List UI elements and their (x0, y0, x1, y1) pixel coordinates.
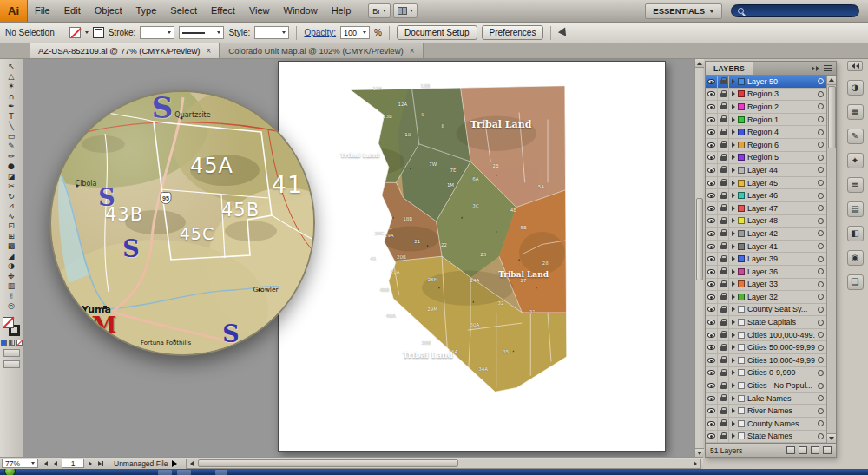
target-circle-icon[interactable] (815, 116, 826, 122)
layer-row[interactable]: Layer 39 (706, 253, 826, 266)
layer-row[interactable]: County Names (706, 418, 826, 431)
windows-taskbar[interactable] (0, 469, 868, 475)
bridge-button[interactable]: Br (368, 3, 391, 18)
target-circle-icon[interactable] (815, 193, 826, 199)
target-circle-icon[interactable] (815, 205, 826, 211)
visibility-toggle[interactable] (706, 367, 718, 379)
gradient-panel-icon[interactable]: ▤ (847, 201, 864, 217)
visibility-toggle[interactable] (706, 291, 718, 303)
layer-row[interactable]: Layer 46 (706, 189, 826, 202)
expand-triangle-icon[interactable] (732, 256, 735, 261)
stroke-panel-icon[interactable]: ≡ (847, 177, 864, 193)
warp-tool[interactable]: ∿ (2, 212, 21, 222)
lock-toggle[interactable] (718, 126, 729, 138)
fill-color-swatch[interactable] (3, 317, 14, 328)
search-input[interactable] (731, 4, 859, 17)
gradient-button[interactable] (9, 340, 15, 346)
visibility-toggle[interactable] (706, 418, 718, 430)
target-circle-icon[interactable] (815, 129, 826, 135)
free-transform-tool[interactable]: ⊡ (2, 221, 21, 232)
layer-row[interactable]: Region 6 (706, 139, 826, 152)
layers-panel-tab[interactable]: LAYERS (706, 62, 753, 75)
expand-triangle-icon[interactable] (732, 269, 735, 274)
lock-toggle[interactable] (718, 114, 729, 126)
expand-triangle-icon[interactable] (732, 79, 735, 84)
target-circle-icon[interactable] (815, 155, 826, 161)
expand-triangle-icon[interactable] (732, 206, 735, 211)
layer-row[interactable]: State Capitals (706, 316, 826, 329)
taskbar-item[interactable] (177, 470, 191, 475)
arizona-map-artwork[interactable]: 13A12B12A13B98107W7E6A1M2B3C4B5A5B19A18B… (325, 77, 576, 400)
scroll-up-icon[interactable] (827, 76, 837, 85)
visibility-toggle[interactable] (706, 189, 718, 201)
expand-triangle-icon[interactable] (732, 181, 735, 186)
scroll-up-icon[interactable] (695, 59, 704, 68)
target-circle-icon[interactable] (815, 357, 826, 363)
stroke-swatch[interactable] (93, 27, 104, 38)
lock-toggle[interactable] (718, 405, 729, 417)
scroll-left-icon[interactable] (187, 459, 196, 468)
expand-triangle-icon[interactable] (732, 333, 735, 338)
selection-tool[interactable]: ↖ (2, 62, 21, 72)
visibility-toggle[interactable] (706, 354, 718, 366)
layer-row[interactable]: Layer 48 (706, 215, 826, 228)
layer-row[interactable]: Cities 10,000-49,999 (706, 354, 826, 367)
layer-row[interactable]: Layer 47 (706, 202, 826, 215)
visibility-toggle[interactable] (706, 202, 718, 214)
target-circle-icon[interactable] (815, 142, 826, 148)
start-button-icon[interactable] (4, 469, 16, 475)
color-panel-icon[interactable]: ◑ (847, 80, 864, 96)
target-circle-icon[interactable] (815, 332, 826, 338)
visibility-toggle[interactable] (706, 253, 718, 265)
lock-toggle[interactable] (718, 253, 729, 265)
lock-toggle[interactable] (718, 393, 729, 405)
zoom-level-select[interactable]: 77% (2, 459, 38, 468)
layer-row[interactable]: Layer 33 (706, 279, 826, 292)
visibility-toggle[interactable] (706, 126, 718, 138)
canvas-horizontal-scrollbar[interactable] (186, 459, 701, 469)
layers-scrollbar[interactable] (826, 76, 836, 443)
scrollbar-thumb[interactable] (828, 86, 836, 148)
fill-swatch[interactable] (69, 27, 81, 38)
menu-item-help[interactable]: Help (325, 0, 358, 22)
symbols-panel-icon[interactable]: ✦ (847, 153, 864, 168)
lock-toggle[interactable] (718, 202, 729, 214)
none-button[interactable] (16, 340, 23, 346)
scrollbar-thumb[interactable] (198, 459, 458, 467)
layer-row[interactable]: Layer 44 (706, 164, 826, 177)
scroll-down-icon[interactable] (695, 448, 704, 457)
fill-stroke-control[interactable] (2, 316, 21, 337)
layer-row[interactable]: River Names (706, 405, 826, 418)
visibility-toggle[interactable] (706, 164, 718, 176)
expand-triangle-icon[interactable] (732, 320, 735, 325)
lock-toggle[interactable] (718, 266, 729, 278)
expand-triangle-icon[interactable] (732, 294, 735, 300)
visibility-toggle[interactable] (706, 266, 718, 278)
delete-layer-icon[interactable] (823, 446, 832, 454)
layer-row[interactable]: Layer 41 (706, 241, 826, 254)
lock-toggle[interactable] (718, 379, 729, 392)
expand-triangle-icon[interactable] (732, 421, 735, 426)
layer-row[interactable]: Cities 50,000-99,999 (706, 341, 826, 354)
scrollbar-thumb[interactable] (696, 198, 703, 280)
expand-triangle-icon[interactable] (732, 218, 735, 223)
collapse-panel-icon[interactable] (812, 66, 819, 71)
lock-toggle[interactable] (718, 101, 729, 113)
mesh-tool[interactable]: ⊞ (2, 232, 21, 242)
swatches-panel-icon[interactable]: ▦ (847, 104, 864, 120)
lock-toggle[interactable] (718, 177, 729, 189)
lock-toggle[interactable] (718, 354, 729, 366)
expand-triangle-icon[interactable] (732, 244, 735, 249)
menu-item-window[interactable]: Window (277, 0, 325, 22)
target-circle-icon[interactable] (815, 230, 826, 236)
visibility-toggle[interactable] (706, 228, 718, 240)
visibility-toggle[interactable] (706, 329, 718, 341)
lock-toggle[interactable] (718, 76, 729, 88)
layer-row[interactable]: Cities 0-9,999 (706, 367, 826, 380)
rectangle-tool[interactable]: ▭ (2, 132, 21, 142)
document-tab-2[interactable]: Colorado Unit Map.ai @ 102% (CMYK/Previe… (220, 43, 423, 58)
target-circle-icon[interactable] (815, 408, 826, 414)
lock-toggle[interactable] (718, 341, 729, 353)
target-circle-icon[interactable] (815, 167, 826, 173)
stroke-weight-select[interactable] (140, 26, 174, 39)
